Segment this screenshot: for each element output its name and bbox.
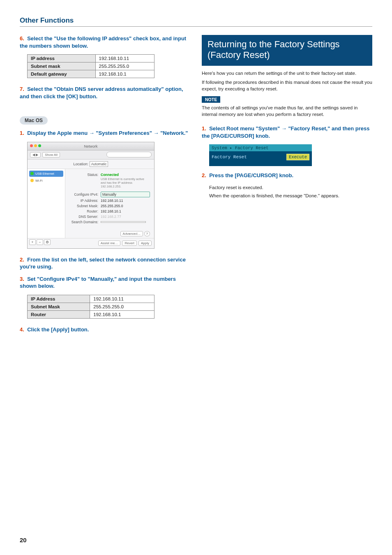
revert-button: Revert [122, 240, 137, 246]
assist-button: Assist me… [98, 240, 121, 246]
table-row: Router 192.168.10.1 [28, 310, 154, 318]
mac-toolbar: ◀ ▶ Show All [28, 150, 154, 160]
step-7: 7. Select the "Obtain DNS server address… [20, 86, 190, 100]
router-label: Router: [69, 209, 98, 213]
step-number: 3. [20, 276, 24, 282]
step-text: Press the [PAGE/CURSOR] knob. [209, 172, 293, 178]
zoom-icon [38, 144, 41, 147]
cell-label: Subnet Mask [28, 303, 90, 310]
table-row: Default gateway 192.168.10.1 [28, 70, 154, 78]
step-text: Select Root menu "System" → "Factory Res… [202, 125, 369, 139]
device-screenshot: System ▸ Factory Reset Factory Reset Exe… [209, 144, 312, 166]
right-step-2: 2. Press the [PAGE/CURSOR] knob. [202, 172, 372, 179]
window-title: Network [84, 144, 97, 148]
step-text: Click the [Apply] button. [27, 326, 89, 333]
section-title-line2: (Factory Reset) [208, 50, 367, 60]
ip-value: 192.168.10.11 [101, 199, 123, 203]
text-part: Select Root menu "System" [209, 125, 281, 132]
mac-titlebar: Network [28, 142, 154, 150]
cell-value: 192.168.10.1 [90, 310, 154, 318]
mask-label: Subnet Mask: [69, 204, 98, 208]
macos-tag: Mac OS [20, 116, 48, 125]
sidebar-item-wifi: Wi-Fi [29, 178, 63, 184]
apply-button: Apply [138, 240, 152, 246]
advanced-button: Advanced… [120, 231, 143, 236]
sidebar-label: USB Ethernet [35, 172, 54, 176]
right-column: Returning to the Factory Settings (Facto… [202, 35, 372, 338]
back-button: ◀ ▶ [30, 152, 41, 157]
status-value: Connected [101, 173, 119, 177]
cell-label: IP address [28, 55, 96, 62]
status-label: Status: [69, 173, 98, 177]
page-header: Other Functions [20, 16, 372, 27]
step-text: Select the "Use the following IP address… [20, 35, 186, 49]
step-text: Set "Configure IPv4" to "Manually," and … [20, 276, 176, 289]
paragraph: Here's how you can return the settings o… [202, 70, 372, 76]
cell-value: 192.168.10.11 [95, 55, 154, 62]
step-text: Select the "Obtain DNS server address au… [20, 86, 183, 99]
section-title-box: Returning to the Factory Settings (Facto… [202, 35, 372, 66]
cell-label: IP Address [28, 295, 90, 303]
location-select: Automatic [90, 161, 108, 167]
step-number: 2. [20, 257, 24, 263]
cell-value: 255.255.255.0 [95, 62, 154, 70]
search-domains-input [101, 221, 146, 223]
note-text: The contents of all settings you've made… [202, 104, 372, 118]
step-number: 4. [20, 326, 24, 333]
status-dot-icon [30, 172, 34, 175]
location-row: Location: Automatic [28, 160, 154, 169]
mask-value: 255.255.255.0 [101, 204, 123, 208]
mac-network-screenshot: Network ◀ ▶ Show All Location: Automatic… [27, 142, 154, 249]
step-number: 2. [202, 172, 206, 178]
step-text: Display the Apple menu → "System Prefere… [27, 130, 188, 136]
left-column: 6. Select the "Use the following IP addr… [20, 35, 190, 338]
ip-table-windows: IP address 192.168.10.11 Subnet mask 255… [27, 54, 154, 78]
mac-step-4: 4. Click the [Apply] button. [20, 326, 190, 333]
ip-table-mac: IP Address 192.168.10.11 Subnet Mask 255… [27, 295, 154, 319]
step-number: 1. [20, 130, 24, 136]
mac-sidebar: USB Ethernet Wi-Fi [28, 169, 65, 238]
mac-step-1: 1. Display the Apple menu → "System Pref… [20, 130, 190, 137]
section-title-line1: Returning to the Factory Settings [208, 39, 367, 50]
cell-label: Subnet mask [28, 62, 96, 70]
add-icon: + [29, 239, 36, 245]
mac-main-panel: Status: Connected USB Ethernet is curren… [65, 169, 154, 238]
device-execute-button: Execute [286, 154, 309, 160]
right-step-1: 1. Select Root menu "System" → "Factory … [202, 125, 372, 139]
table-row: IP Address 192.168.10.11 [28, 295, 154, 303]
arrow-icon: → [281, 125, 287, 132]
step-text: From the list on the left, select the ne… [20, 257, 186, 270]
text-part: "System Preferences" [96, 130, 153, 136]
cfg-label: Configure IPv4: [69, 192, 98, 197]
remove-icon: − [37, 239, 43, 245]
table-row: Subnet Mask 255.255.255.0 [28, 303, 154, 310]
table-row: Subnet mask 255.255.255.0 [28, 62, 154, 70]
router-value: 192.168.10.1 [101, 209, 121, 213]
sidebar-label: Wi-Fi [35, 179, 43, 183]
mac-step-3: 3. Set "Configure IPv4" to "Manually," a… [20, 275, 190, 290]
body-text: Factory reset is executed. [209, 184, 372, 191]
step-number: 6. [20, 35, 24, 42]
dns-label: DNS Server: [69, 215, 98, 219]
step-number: 1. [202, 125, 206, 132]
paragraph: If following the procedures described in… [202, 79, 372, 92]
text-part: Display the Apple menu [27, 130, 89, 136]
arrow-icon: → [89, 130, 95, 136]
help-button: ? [144, 231, 150, 236]
cell-value: 255.255.255.0 [90, 303, 154, 310]
page-number: 20 [20, 536, 27, 543]
status-dot-icon [30, 179, 34, 182]
cell-value: 192.168.10.11 [90, 295, 154, 303]
cfg-select: Manually [101, 192, 150, 197]
location-label: Location: [74, 162, 89, 166]
cell-label: Default gateway [28, 70, 96, 78]
table-row: IP address 192.168.10.11 [28, 55, 154, 62]
device-menu-item: Factory Reset [212, 155, 247, 160]
cell-label: Router [28, 310, 90, 318]
text-part: "Network." [160, 130, 188, 136]
sidebar-item-usb: USB Ethernet [29, 171, 63, 177]
minimize-icon [34, 144, 37, 147]
search-input [106, 152, 152, 157]
device-breadcrumb: System ▸ Factory Reset [209, 144, 312, 151]
mac-window-controls [30, 144, 41, 147]
